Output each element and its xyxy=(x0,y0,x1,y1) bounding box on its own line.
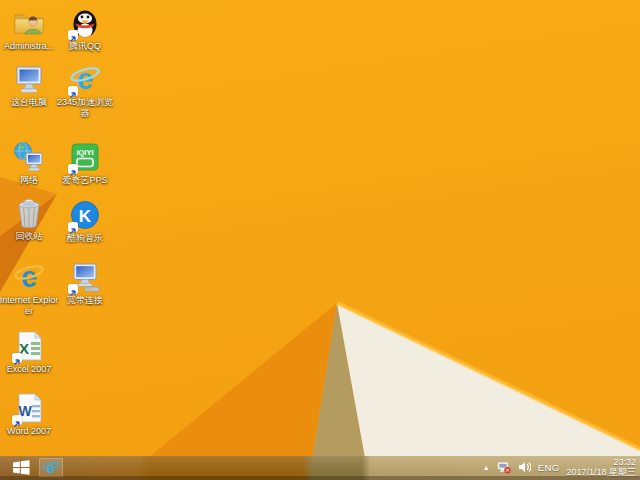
desktop-icon-kugou[interactable]: K 酷狗音乐 xyxy=(54,198,116,244)
system-tray: ▲ ENG 23:32 xyxy=(483,457,636,477)
desktop-icon-word-2007[interactable]: W Word 2007 xyxy=(0,391,60,437)
computer-icon xyxy=(12,62,46,96)
clock-date: 2017/1/18 星期三 xyxy=(566,467,636,477)
icon-label: 2345加速浏览器 xyxy=(54,97,116,119)
shortcut-arrow-icon xyxy=(68,86,78,96)
svg-text:iQIYI: iQIYI xyxy=(76,148,93,157)
clock-time: 23:32 xyxy=(566,457,636,467)
qq-penguin-icon xyxy=(68,6,102,40)
network-tray-icon[interactable] xyxy=(497,461,511,474)
icon-label: 这台电脑 xyxy=(11,97,47,108)
icon-label: 回收站 xyxy=(16,231,43,242)
clock[interactable]: 23:32 2017/1/18 星期三 xyxy=(566,457,636,477)
hidden-icons-button[interactable]: ▲ xyxy=(483,464,490,471)
shortcut-arrow-icon xyxy=(68,164,78,174)
volume-tray-icon[interactable] xyxy=(518,461,531,473)
icon-label: Internet Explorer xyxy=(0,295,60,317)
desktop-icon-this-pc[interactable]: 这台电脑 xyxy=(0,62,60,108)
desktop-icon-administrator[interactable]: Administra... xyxy=(0,6,60,52)
windows-logo-icon xyxy=(13,460,30,475)
internet-explorer-icon: e xyxy=(12,260,46,294)
internet-explorer-icon: e xyxy=(42,458,60,476)
kugou-icon: K xyxy=(68,198,102,232)
svg-text:e: e xyxy=(47,459,56,476)
desktop-icon-broadband[interactable]: 宽带连接 xyxy=(54,260,116,306)
excel-icon: X xyxy=(12,329,46,363)
shortcut-arrow-icon xyxy=(68,284,78,294)
desktop-icon-iqiyi-pps[interactable]: iQIYI 爱奇艺PPS xyxy=(54,140,116,186)
iqiyi-icon: iQIYI xyxy=(68,140,102,174)
recycle-bin-icon xyxy=(12,196,46,230)
start-button[interactable] xyxy=(12,459,30,475)
broadband-connection-icon xyxy=(68,260,102,294)
desktop-icon-network[interactable]: 网络 xyxy=(0,140,60,186)
desktop: Administra... 这台电脑 xyxy=(0,0,640,480)
desktop-icon-internet-explorer[interactable]: e Internet Explorer xyxy=(0,260,60,317)
desktop-icon-excel-2007[interactable]: X Excel 2007 xyxy=(0,329,60,375)
network-icon xyxy=(12,140,46,174)
icon-label: Administra... xyxy=(4,41,54,52)
desktop-icon-recycle-bin[interactable]: 回收站 xyxy=(0,196,60,242)
user-folder-icon xyxy=(12,6,46,40)
taskbar: e ▲ xyxy=(0,456,640,480)
shortcut-arrow-icon xyxy=(68,30,78,40)
taskbar-ie-button[interactable]: e xyxy=(39,458,63,477)
shortcut-arrow-icon xyxy=(12,353,22,363)
icon-label: 网络 xyxy=(20,175,38,186)
desktop-icon-qq[interactable]: 腾讯QQ xyxy=(54,6,116,52)
language-indicator[interactable]: ENG xyxy=(538,462,560,473)
shortcut-arrow-icon xyxy=(12,415,22,425)
desktop-icon-2345-browser[interactable]: e 2345加速浏览器 xyxy=(54,62,116,119)
2345-browser-icon: e xyxy=(68,62,102,96)
svg-text:K: K xyxy=(79,207,92,226)
shortcut-arrow-icon xyxy=(68,222,78,232)
word-icon: W xyxy=(12,391,46,425)
